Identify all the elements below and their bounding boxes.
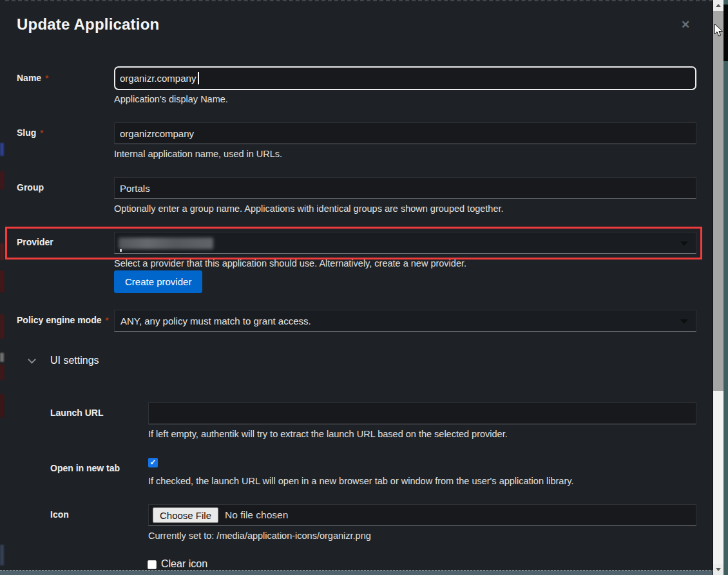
group-help: Optionally enter a group name. Applicati… [114,203,504,214]
arrow-down-icon [716,568,721,571]
close-icon[interactable]: ✕ [681,19,690,30]
ui-settings-toggle[interactable]: UI settings [29,355,99,366]
icon-help: Currently set to: /media/application-ico… [148,531,371,541]
background-artifact [0,143,4,156]
chevron-down-icon [680,241,688,246]
background-artifact [0,545,4,565]
launch-url-help: If left empty, authentik will try to ext… [148,429,508,439]
chevron-down-icon [28,355,36,364]
window-right-edge [723,0,728,575]
scrollbar-down-button[interactable] [713,564,723,575]
policy-engine-mode-select[interactable]: ANY, any policy must match to grant acce… [114,310,696,332]
provider-select[interactable] [114,232,696,254]
create-provider-button[interactable]: Create provider [114,270,202,293]
open-in-new-tab-label: Open in new tab [50,463,120,473]
launch-url-label: Launch URL [50,408,103,418]
background-artifact [0,314,4,339]
clear-icon-label: Clear icon [161,558,207,570]
ui-settings-section-label: UI settings [50,355,99,366]
required-asterisk: * [45,73,48,83]
background-artifact [0,394,4,417]
launch-url-label-text: Launch URL [50,408,103,418]
background-artifact [0,353,4,362]
provider-label-text: Provider [17,237,53,247]
group-label: Group [17,182,44,193]
text-cursor [198,72,199,84]
modal-bottom-edge [0,570,723,575]
window-right-edge-dark [723,5,728,61]
clear-icon-checkbox[interactable] [148,560,157,569]
icon-label-text: Icon [50,509,69,520]
scrollbar-thumb[interactable] [713,11,723,391]
provider-help: Select a provider that this application … [114,258,466,269]
background-artifact [0,243,4,260]
background-artifact [0,171,4,189]
name-label: Name* [17,73,48,83]
required-asterisk: * [40,128,43,138]
name-label-text: Name [17,73,41,83]
update-application-modal: Update Application ✕ Name* Application's… [0,0,728,575]
redacted-provider-value [119,238,213,249]
open-in-new-tab-help: If checked, the launch URL will open in … [148,476,573,486]
open-in-new-tab-label-text: Open in new tab [50,463,120,473]
name-help: Application's display Name. [114,94,228,104]
background-artifact [0,270,4,292]
open-in-new-tab-checkbox[interactable]: ✓ [148,458,158,467]
group-input[interactable] [114,177,696,199]
group-label-text: Group [17,182,44,193]
policy-engine-mode-label-text: Policy engine mode [17,315,101,325]
slug-label-text: Slug [17,127,36,138]
modal-title: Update Application [17,15,159,33]
required-asterisk: * [105,316,108,325]
arrow-up-icon [716,4,721,7]
chevron-down-icon [680,319,688,324]
icon-label: Icon [50,509,69,520]
choose-file-button[interactable]: Choose File [153,507,218,523]
icon-file-input: Choose File No file chosen [148,504,696,526]
file-status-text: No file chosen [225,509,288,521]
provider-label: Provider [17,237,53,247]
name-input[interactable] [114,66,696,90]
slug-label: Slug* [17,127,43,138]
modal-top-edge [5,0,713,1]
scrollbar-up-button[interactable] [713,0,723,11]
launch-url-input[interactable] [148,402,696,424]
policy-engine-mode-label: Policy engine mode* [17,315,109,325]
slug-input[interactable] [114,122,696,144]
policy-engine-mode-value: ANY, any policy must match to grant acce… [120,316,311,326]
mouse-cursor [714,23,724,37]
slug-help: Internal application name, used in URLs. [114,149,282,159]
background-artifact [0,364,4,380]
redacted-provider-dot [120,249,122,252]
